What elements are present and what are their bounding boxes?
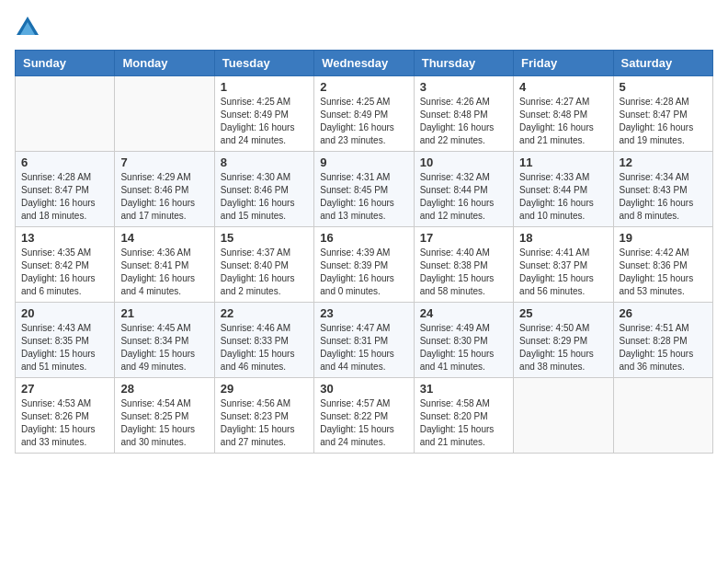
calendar-week-row: 6Sunrise: 4:28 AMSunset: 8:47 PMDaylight… — [16, 152, 713, 227]
day-info: Sunrise: 4:37 AMSunset: 8:40 PMDaylight:… — [221, 247, 308, 298]
day-info: Sunrise: 4:41 AMSunset: 8:37 PMDaylight:… — [519, 247, 607, 298]
calendar-day-header: Wednesday — [314, 51, 414, 76]
day-info: Sunrise: 4:25 AMSunset: 8:49 PMDaylight:… — [221, 96, 308, 147]
day-number: 1 — [221, 80, 308, 94]
day-number: 9 — [320, 155, 407, 169]
day-info: Sunrise: 4:54 AMSunset: 8:25 PMDaylight:… — [120, 397, 208, 449]
day-number: 10 — [420, 155, 507, 169]
day-info: Sunrise: 4:43 AMSunset: 8:35 PMDaylight:… — [21, 322, 108, 373]
day-number: 2 — [320, 80, 407, 94]
calendar-cell: 11Sunrise: 4:33 AMSunset: 8:44 PMDayligh… — [514, 152, 613, 227]
calendar-cell: 24Sunrise: 4:49 AMSunset: 8:30 PMDayligh… — [414, 303, 513, 378]
calendar-week-row: 20Sunrise: 4:43 AMSunset: 8:35 PMDayligh… — [16, 303, 713, 378]
calendar-cell: 14Sunrise: 4:36 AMSunset: 8:41 PMDayligh… — [115, 227, 214, 303]
day-info: Sunrise: 4:31 AMSunset: 8:45 PMDaylight:… — [320, 171, 407, 223]
day-info: Sunrise: 4:42 AMSunset: 8:36 PMDaylight:… — [620, 247, 707, 298]
day-info: Sunrise: 4:25 AMSunset: 8:49 PMDaylight:… — [320, 96, 407, 147]
calendar-week-row: 27Sunrise: 4:53 AMSunset: 8:26 PMDayligh… — [16, 378, 713, 454]
calendar-cell: 31Sunrise: 4:58 AMSunset: 8:20 PMDayligh… — [414, 378, 513, 454]
day-info: Sunrise: 4:28 AMSunset: 8:47 PMDaylight:… — [21, 171, 108, 223]
calendar-cell: 1Sunrise: 4:25 AMSunset: 8:49 PMDaylight… — [214, 76, 313, 152]
day-number: 19 — [620, 231, 707, 245]
calendar-week-row: 13Sunrise: 4:35 AMSunset: 8:42 PMDayligh… — [16, 227, 713, 303]
day-number: 6 — [21, 155, 108, 169]
calendar-day-header: Tuesday — [214, 51, 313, 76]
day-info: Sunrise: 4:57 AMSunset: 8:22 PMDaylight:… — [320, 397, 407, 449]
calendar-day-header: Sunday — [16, 51, 115, 76]
calendar-cell: 26Sunrise: 4:51 AMSunset: 8:28 PMDayligh… — [613, 303, 712, 378]
day-number: 14 — [120, 231, 208, 245]
calendar-header-row: SundayMondayTuesdayWednesdayThursdayFrid… — [16, 51, 713, 76]
day-info: Sunrise: 4:58 AMSunset: 8:20 PMDaylight:… — [420, 397, 507, 449]
day-info: Sunrise: 4:35 AMSunset: 8:42 PMDaylight:… — [21, 247, 108, 298]
calendar-cell: 30Sunrise: 4:57 AMSunset: 8:22 PMDayligh… — [314, 378, 414, 454]
day-info: Sunrise: 4:28 AMSunset: 8:47 PMDaylight:… — [620, 96, 707, 147]
day-number: 16 — [320, 231, 407, 245]
day-number: 25 — [519, 306, 607, 320]
day-number: 23 — [320, 306, 407, 320]
day-info: Sunrise: 4:46 AMSunset: 8:33 PMDaylight:… — [221, 322, 308, 373]
calendar-cell: 17Sunrise: 4:40 AMSunset: 8:38 PMDayligh… — [414, 227, 513, 303]
day-number: 27 — [21, 382, 108, 396]
calendar-cell: 25Sunrise: 4:50 AMSunset: 8:29 PMDayligh… — [514, 303, 613, 378]
day-number: 22 — [221, 306, 308, 320]
calendar-day-header: Saturday — [613, 51, 712, 76]
day-number: 5 — [620, 80, 707, 94]
calendar-cell: 29Sunrise: 4:56 AMSunset: 8:23 PMDayligh… — [214, 378, 313, 454]
calendar-cell — [514, 378, 613, 454]
day-info: Sunrise: 4:32 AMSunset: 8:44 PMDaylight:… — [420, 171, 507, 223]
day-info: Sunrise: 4:33 AMSunset: 8:44 PMDaylight:… — [519, 171, 607, 223]
calendar-cell: 19Sunrise: 4:42 AMSunset: 8:36 PMDayligh… — [613, 227, 712, 303]
calendar-cell: 16Sunrise: 4:39 AMSunset: 8:39 PMDayligh… — [314, 227, 414, 303]
day-info: Sunrise: 4:49 AMSunset: 8:30 PMDaylight:… — [420, 322, 507, 373]
calendar-cell: 20Sunrise: 4:43 AMSunset: 8:35 PMDayligh… — [16, 303, 115, 378]
day-number: 7 — [120, 155, 208, 169]
day-info: Sunrise: 4:51 AMSunset: 8:28 PMDaylight:… — [620, 322, 707, 373]
day-number: 3 — [420, 80, 507, 94]
day-number: 31 — [420, 382, 507, 396]
day-info: Sunrise: 4:45 AMSunset: 8:34 PMDaylight:… — [120, 322, 208, 373]
day-info: Sunrise: 4:56 AMSunset: 8:23 PMDaylight:… — [221, 397, 308, 449]
calendar-day-header: Thursday — [414, 51, 513, 76]
day-number: 29 — [221, 382, 308, 396]
calendar-cell: 5Sunrise: 4:28 AMSunset: 8:47 PMDaylight… — [613, 76, 712, 152]
logo — [15, 15, 44, 40]
day-number: 30 — [320, 382, 407, 396]
calendar-cell: 23Sunrise: 4:47 AMSunset: 8:31 PMDayligh… — [314, 303, 414, 378]
calendar-cell: 10Sunrise: 4:32 AMSunset: 8:44 PMDayligh… — [414, 152, 513, 227]
day-number: 17 — [420, 231, 507, 245]
day-info: Sunrise: 4:53 AMSunset: 8:26 PMDaylight:… — [21, 397, 108, 449]
day-number: 24 — [420, 306, 507, 320]
calendar-cell — [115, 76, 214, 152]
calendar-cell: 7Sunrise: 4:29 AMSunset: 8:46 PMDaylight… — [115, 152, 214, 227]
calendar-cell: 8Sunrise: 4:30 AMSunset: 8:46 PMDaylight… — [214, 152, 313, 227]
calendar-cell: 9Sunrise: 4:31 AMSunset: 8:45 PMDaylight… — [314, 152, 414, 227]
day-info: Sunrise: 4:39 AMSunset: 8:39 PMDaylight:… — [320, 247, 407, 298]
day-info: Sunrise: 4:40 AMSunset: 8:38 PMDaylight:… — [420, 247, 507, 298]
calendar-cell: 12Sunrise: 4:34 AMSunset: 8:43 PMDayligh… — [613, 152, 712, 227]
calendar-cell — [16, 76, 115, 152]
day-number: 11 — [519, 155, 607, 169]
day-info: Sunrise: 4:27 AMSunset: 8:48 PMDaylight:… — [519, 96, 607, 147]
day-number: 15 — [221, 231, 308, 245]
calendar-cell: 15Sunrise: 4:37 AMSunset: 8:40 PMDayligh… — [214, 227, 313, 303]
day-number: 21 — [120, 306, 208, 320]
day-number: 4 — [519, 80, 607, 94]
day-info: Sunrise: 4:34 AMSunset: 8:43 PMDaylight:… — [620, 171, 707, 223]
day-info: Sunrise: 4:29 AMSunset: 8:46 PMDaylight:… — [120, 171, 208, 223]
day-number: 18 — [519, 231, 607, 245]
calendar-day-header: Friday — [514, 51, 613, 76]
calendar-cell: 18Sunrise: 4:41 AMSunset: 8:37 PMDayligh… — [514, 227, 613, 303]
calendar-cell — [613, 378, 712, 454]
day-info: Sunrise: 4:36 AMSunset: 8:41 PMDaylight:… — [120, 247, 208, 298]
calendar-cell: 22Sunrise: 4:46 AMSunset: 8:33 PMDayligh… — [214, 303, 313, 378]
calendar-cell: 13Sunrise: 4:35 AMSunset: 8:42 PMDayligh… — [16, 227, 115, 303]
day-number: 8 — [221, 155, 308, 169]
day-number: 13 — [21, 231, 108, 245]
day-info: Sunrise: 4:47 AMSunset: 8:31 PMDaylight:… — [320, 322, 407, 373]
logo-icon — [15, 15, 40, 40]
day-info: Sunrise: 4:30 AMSunset: 8:46 PMDaylight:… — [221, 171, 308, 223]
calendar-cell: 3Sunrise: 4:26 AMSunset: 8:48 PMDaylight… — [414, 76, 513, 152]
day-number: 28 — [120, 382, 208, 396]
calendar-cell: 21Sunrise: 4:45 AMSunset: 8:34 PMDayligh… — [115, 303, 214, 378]
